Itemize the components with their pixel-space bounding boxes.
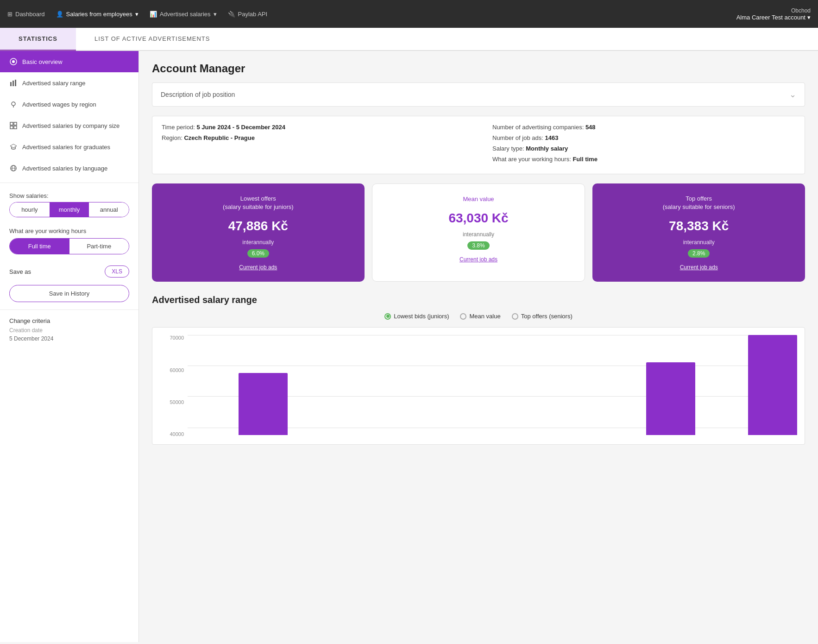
time-period-value: 5 June 2024 - 5 December 2024 <box>196 124 285 131</box>
toggle-fulltime[interactable]: Full time <box>10 239 69 254</box>
save-as-label: Save as <box>9 268 100 275</box>
legend-item-lowest[interactable]: Lowest bids (juniors) <box>384 313 449 320</box>
toggle-parttime[interactable]: Part-time <box>69 239 129 254</box>
sidebar-item-label-0: Basic overview <box>22 58 63 65</box>
job-ads-label: Number of job ads: <box>492 134 543 141</box>
account-chevron-icon: ▾ <box>807 14 811 21</box>
description-label: Description of job position <box>161 91 235 98</box>
card-title-lowest: Lowest offers(salary suitable for junior… <box>161 195 355 211</box>
navbar-left: ⊞ Dashboard 👤 Salaries from employees ▾ … <box>7 9 267 19</box>
save-history-button[interactable]: Save in History <box>9 285 129 302</box>
sidebar-item-graduates[interactable]: Advertised salaries for graduates <box>0 136 138 158</box>
info-col-right: Number of advertising companies: 548 Num… <box>492 124 795 166</box>
change-criteria-label: Change criteria <box>0 314 138 326</box>
info-salary-type: Salary type: Monthly salary <box>492 145 795 152</box>
y-label-70000: 70000 <box>170 335 184 341</box>
chart-section: Advertised salary range Lowest bids (jun… <box>152 295 805 445</box>
card-amount-mean: 63,030 Kč <box>382 211 576 226</box>
bar-10 <box>646 362 695 436</box>
svg-point-5 <box>12 102 15 106</box>
salary-cards: Lowest offers(salary suitable for junior… <box>152 183 805 282</box>
y-label-60000: 60000 <box>170 367 184 373</box>
chart-legend: Lowest bids (juniors) Mean value Top off… <box>152 313 805 320</box>
sidebar-item-label-5: Advertised salaries by language <box>22 165 107 172</box>
graduation-icon <box>9 143 18 151</box>
legend-item-mean[interactable]: Mean value <box>460 313 500 320</box>
card-interannually-mean: interannually <box>382 231 576 238</box>
chevron-down-icon: ▾ <box>135 11 138 18</box>
description-accordion[interactable]: Description of job position ⌄ <box>152 82 805 107</box>
salary-card-mean: Mean value 63,030 Kč interannually 3.8% … <box>372 183 585 282</box>
svg-rect-9 <box>10 126 13 129</box>
sidebar-item-region[interactable]: Advertised wages by region <box>0 94 138 115</box>
card-link-top[interactable]: Current job ads <box>680 264 718 271</box>
obchod-label: Obchod <box>791 7 811 14</box>
info-job-ads: Number of job ads: 1463 <box>492 134 795 141</box>
y-axis: 70000 60000 50000 40000 <box>160 335 187 437</box>
tab-active-ads[interactable]: LIST OF ACTIVE ADVERTISEMENTS <box>76 28 229 51</box>
circle-icon <box>9 57 18 66</box>
svg-marker-11 <box>10 144 17 148</box>
radio-mean <box>460 313 466 320</box>
companies-value: 548 <box>585 124 596 131</box>
toggle-monthly[interactable]: monthly <box>50 202 89 217</box>
bars-container <box>188 335 797 437</box>
account-label: Alma Career Test account <box>736 14 805 21</box>
chevron-down-icon-2: ▾ <box>214 11 217 18</box>
main-layout: Basic overview Advertised salary range A… <box>0 51 818 642</box>
svg-rect-4 <box>15 80 16 86</box>
save-as-row: Save as XLS <box>0 262 138 281</box>
sidebar-item-label-2: Advertised wages by region <box>22 101 96 108</box>
plug-icon: 🔌 <box>228 11 235 18</box>
sidebar-item-label-4: Advertised salaries for graduates <box>22 144 110 151</box>
paylab-api-label: Paylab API <box>238 11 268 18</box>
radio-top <box>512 313 518 320</box>
tabs-row: STATISTICS LIST OF ACTIVE ADVERTISEMENTS <box>0 28 818 51</box>
working-hours-info-label: What are your working hours: <box>492 156 571 163</box>
card-amount-top: 78,383 Kč <box>602 219 796 234</box>
bar-12 <box>748 335 797 435</box>
xls-button[interactable]: XLS <box>105 265 129 278</box>
svg-point-1 <box>12 60 15 63</box>
legend-item-top[interactable]: Top offers (seniors) <box>512 313 573 320</box>
card-link-mean[interactable]: Current job ads <box>459 256 497 263</box>
region-label: Region: <box>162 134 182 141</box>
sidebar-item-basic-overview[interactable]: Basic overview <box>0 51 138 72</box>
legend-label-mean: Mean value <box>469 313 500 320</box>
person-icon: 👤 <box>56 11 63 18</box>
sidebar-item-company-size[interactable]: Advertised salaries by company size <box>0 115 138 136</box>
sidebar-item-language[interactable]: Advertised salaries by language <box>0 158 138 179</box>
hours-toggle-group: Full time Part-time <box>9 238 129 254</box>
tab-statistics[interactable]: STATISTICS <box>0 28 76 51</box>
card-amount-lowest: 47,886 Kč <box>161 219 355 234</box>
card-interannually-top: interannually <box>602 239 796 246</box>
sidebar-divider-2 <box>0 309 138 310</box>
nav-salaries-employees[interactable]: 👤 Salaries from employees ▾ <box>56 9 138 19</box>
time-period-label: Time period: <box>162 124 195 131</box>
nav-dashboard[interactable]: ⊞ Dashboard <box>7 9 45 19</box>
svg-rect-3 <box>13 81 14 86</box>
card-badge-top: 2.8% <box>688 249 710 258</box>
region-value: Czech Republic - Prague <box>184 134 254 141</box>
info-working-hours: What are your working hours: Full time <box>492 156 795 163</box>
creation-date-value: 5 December 2024 <box>0 335 138 346</box>
account-menu[interactable]: Alma Career Test account ▾ <box>736 14 811 21</box>
info-region: Region: Czech Republic - Prague <box>162 134 465 141</box>
working-hours-info-value: Full time <box>573 156 597 163</box>
grid-icon <box>9 121 18 130</box>
toggle-annual[interactable]: annual <box>89 202 129 217</box>
page-title: Account Manager <box>152 62 805 75</box>
nav-paylab-api[interactable]: 🔌 Paylab API <box>228 9 268 19</box>
sidebar: Basic overview Advertised salary range A… <box>0 51 139 642</box>
toggle-hourly[interactable]: hourly <box>10 202 50 217</box>
card-badge-lowest: 6.0% <box>247 249 269 258</box>
sidebar-item-salary-range[interactable]: Advertised salary range <box>0 72 138 94</box>
main-content: Account Manager Description of job posit… <box>139 51 818 642</box>
salary-type-value: Monthly salary <box>526 145 568 152</box>
svg-rect-7 <box>10 122 13 125</box>
card-link-lowest[interactable]: Current job ads <box>239 264 277 271</box>
working-hours-label: What are your working hours <box>0 223 138 238</box>
svg-rect-8 <box>14 122 17 125</box>
card-title-mean: Mean value <box>382 195 576 203</box>
nav-advertised-salaries[interactable]: 📊 Advertised salaries ▾ <box>150 9 217 19</box>
